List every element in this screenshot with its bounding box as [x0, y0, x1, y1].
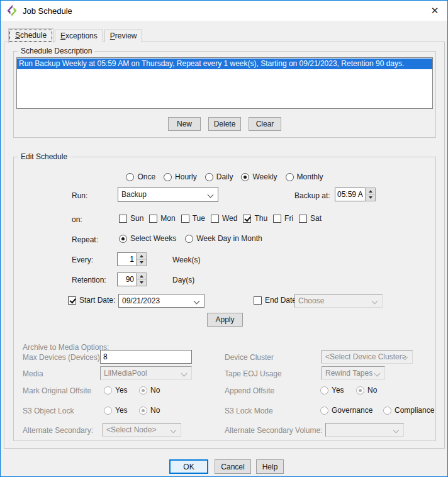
device-cluster-combobox: <Select Device Cluster>: [322, 350, 413, 364]
retention-spin-buttons: [136, 272, 147, 286]
schedule-list-item[interactable]: Run Backup Weekly at 05:59 AM on Thursda…: [17, 59, 432, 69]
start-date-checkbox[interactable]: Start Date:: [68, 296, 115, 305]
radio-hourly[interactable]: Hourly: [164, 172, 197, 181]
append-offsite-yes-radio: Yes: [320, 386, 344, 395]
radio-once[interactable]: Once: [126, 172, 155, 181]
checkbox-thu[interactable]: Thu: [243, 214, 267, 223]
schedule-description-group-label: Schedule Description: [18, 47, 94, 55]
checkbox-tue[interactable]: Tue: [181, 214, 205, 223]
radio-icon: [139, 407, 147, 415]
apply-button[interactable]: Apply: [207, 313, 243, 327]
end-date-checkbox[interactable]: End Date:: [254, 296, 298, 305]
checkbox-tue-icon: [181, 215, 189, 223]
end-date-value: Choose: [298, 296, 324, 305]
s3-lock-mode-governance-label: Governance: [332, 406, 372, 415]
help-button[interactable]: Help: [256, 459, 284, 474]
s3-lock-mode-label: S3 Lock Mode: [225, 407, 273, 415]
s3-object-lock-label: S3 Object Lock: [23, 407, 74, 415]
mark-original-offsite-yes-label: Yes: [115, 386, 128, 395]
start-date-combobox[interactable]: 09/21/2023: [118, 294, 204, 308]
s3-object-lock-no-label: No: [150, 406, 160, 415]
alternate-secondary-value: <Select Node>: [106, 425, 156, 434]
frequency-radio-group: Once Hourly Daily Weekly Monthly: [13, 172, 436, 181]
checkbox-sat-label: Sat: [310, 214, 322, 223]
radio-week-day-in-month[interactable]: Week Day in Month: [185, 234, 262, 243]
run-combobox[interactable]: Backup: [118, 187, 218, 202]
backup-at-spin-buttons: [365, 188, 376, 201]
close-icon[interactable]: ✕: [422, 1, 447, 21]
checkbox-mon-label: Mon: [160, 214, 175, 223]
radio-icon: [383, 407, 391, 415]
alternate-secondary-volume-label: Alternate Secondary Volume:: [225, 426, 322, 435]
radio-monthly-icon: [286, 173, 294, 181]
spin-up-icon[interactable]: [137, 273, 146, 280]
radio-select-weeks-label: Select Weeks: [130, 234, 176, 243]
radio-icon: [320, 407, 328, 415]
alternate-secondary-volume-combobox: [325, 423, 404, 437]
backup-at-label: Backup at:: [294, 191, 330, 200]
checkbox-thu-label: Thu: [254, 214, 267, 223]
radio-icon: [139, 386, 147, 395]
tab-preview[interactable]: Preview: [104, 30, 143, 42]
weekday-checkbox-group: Sun Mon Tue Wed Thu Fri Sat: [119, 214, 322, 223]
tab-schedule[interactable]: Schedule: [8, 28, 53, 43]
window-title: Job Schedule: [23, 6, 72, 16]
checkbox-wed[interactable]: Wed: [211, 214, 237, 223]
alternate-secondary-combobox: <Select Node>: [103, 423, 181, 437]
checkbox-sat[interactable]: Sat: [299, 214, 322, 223]
radio-hourly-label: Hourly: [175, 172, 197, 181]
spin-up-icon[interactable]: [137, 253, 146, 260]
run-label: Run:: [72, 191, 87, 200]
checkbox-mon-icon: [149, 215, 157, 223]
radio-weekly-label: Weekly: [252, 172, 277, 181]
tab-exceptions-label: Exceptions: [60, 31, 98, 40]
radio-select-weeks[interactable]: Select Weeks: [119, 234, 176, 243]
s3-object-lock-yes-label: Yes: [115, 406, 128, 415]
mark-original-offsite-no-label: No: [150, 386, 160, 395]
radio-icon: [104, 407, 112, 415]
run-combobox-value: Backup: [121, 190, 147, 199]
radio-daily[interactable]: Daily: [205, 172, 233, 181]
spin-down-icon[interactable]: [366, 195, 375, 201]
radio-icon: [320, 386, 328, 395]
radio-select-weeks-icon: [119, 235, 127, 243]
clear-button[interactable]: Clear: [249, 117, 281, 131]
new-button[interactable]: New: [168, 117, 201, 131]
spin-up-icon[interactable]: [366, 188, 375, 195]
tab-schedule-label: Schedule: [15, 31, 47, 40]
checkbox-sun-label: Sun: [130, 214, 143, 223]
start-date-checkbox-icon: [68, 296, 76, 305]
every-spin-buttons: [136, 252, 147, 266]
radio-week-day-in-month-icon: [185, 235, 193, 243]
mark-original-offsite-yes-radio: Yes: [104, 386, 128, 395]
repeat-radio-group: Select Weeks Week Day in Month: [119, 234, 262, 243]
spin-down-icon[interactable]: [137, 280, 146, 286]
delete-button[interactable]: Delete: [208, 117, 241, 131]
every-input[interactable]: [117, 252, 136, 266]
ok-button[interactable]: OK: [169, 459, 208, 474]
app-logo-icon: [6, 4, 18, 17]
checkbox-sun[interactable]: Sun: [119, 214, 143, 223]
checkbox-fri[interactable]: Fri: [273, 214, 293, 223]
s3-lock-mode-compliance-label: Compliance: [395, 406, 434, 415]
cancel-button[interactable]: Cancel: [215, 459, 251, 474]
tab-exceptions[interactable]: Exceptions: [55, 30, 103, 42]
radio-icon: [104, 386, 112, 395]
max-devices-input[interactable]: [100, 350, 192, 364]
retention-unit-label: Day(s): [172, 276, 194, 284]
radio-week-day-in-month-label: Week Day in Month: [196, 234, 262, 243]
radio-weekly[interactable]: Weekly: [241, 172, 277, 181]
radio-weekly-icon: [241, 173, 249, 181]
chevron-down-icon: [194, 298, 200, 305]
append-offsite-no-radio: No: [356, 386, 377, 395]
chevron-down-icon: [181, 371, 188, 377]
radio-monthly[interactable]: Monthly: [286, 172, 323, 181]
spin-down-icon[interactable]: [137, 260, 146, 266]
schedule-description-list[interactable]: Run Backup Weekly at 05:59 AM on Thursda…: [16, 57, 433, 109]
checkbox-sun-icon: [119, 215, 127, 223]
radio-daily-label: Daily: [216, 172, 233, 181]
retention-input[interactable]: [117, 272, 136, 286]
checkbox-mon[interactable]: Mon: [149, 214, 175, 223]
backup-at-input[interactable]: [335, 188, 365, 201]
radio-monthly-label: Monthly: [297, 172, 323, 181]
